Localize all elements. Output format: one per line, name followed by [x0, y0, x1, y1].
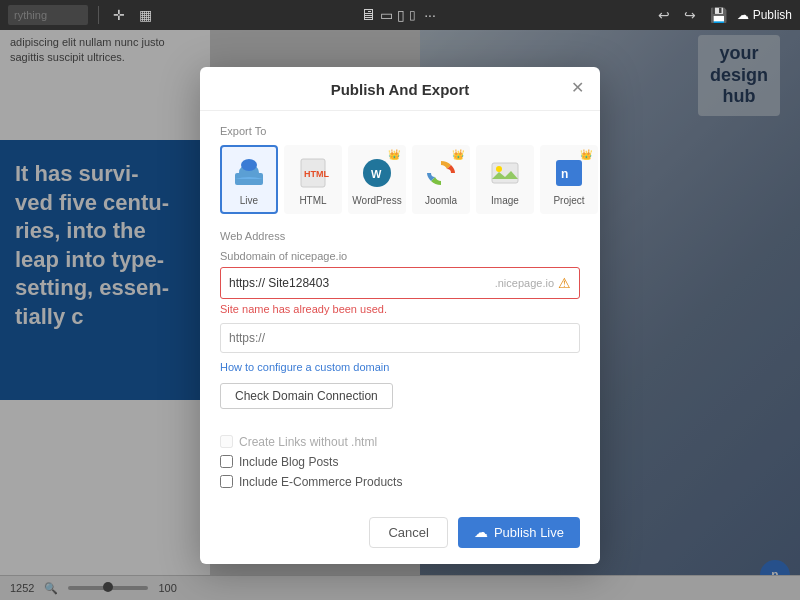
warning-icon: ⚠ [558, 275, 571, 291]
publish-button[interactable]: ☁ Publish [737, 8, 792, 22]
save-icon[interactable]: 💾 [706, 5, 731, 25]
more-options-icon[interactable]: ··· [420, 5, 440, 25]
publish-cloud-icon: ☁ [474, 524, 488, 540]
search-input[interactable] [8, 5, 88, 25]
custom-domain-input[interactable] [220, 323, 580, 353]
project-label: Project [553, 195, 584, 206]
undo-icon[interactable]: ↩ [654, 5, 674, 25]
canvas-area: adipiscing elit nullam nunc justo sagitt… [0, 30, 800, 600]
toolbar-center-icons: 🖥 ▭ ▯ ▯ ··· [360, 5, 440, 25]
export-option-project[interactable]: 👑 n Project [540, 145, 598, 214]
image-icon [487, 155, 523, 191]
export-option-image[interactable]: Image [476, 145, 534, 214]
wordpress-label: WordPress [352, 195, 401, 206]
dialog-body: Export To Live [200, 111, 600, 509]
checkbox-ecommerce[interactable] [220, 475, 233, 488]
subdomain-label: Subdomain of nicepage.io [220, 250, 580, 262]
checkbox-blog-label: Include Blog Posts [239, 455, 338, 469]
web-address-section: Web Address Subdomain of nicepage.io .ni… [220, 230, 580, 423]
image-label: Image [491, 195, 519, 206]
joomla-label: Joomla [425, 195, 457, 206]
publish-export-dialog: Publish And Export ✕ Export To [200, 67, 600, 564]
subdomain-input-wrap: .nicepage.io ⚠ [220, 267, 580, 299]
html-label: HTML [299, 195, 326, 206]
nicepage-domain: .nicepage.io [495, 277, 554, 289]
publish-live-label: Publish Live [494, 525, 564, 540]
live-icon [231, 155, 267, 191]
export-option-live[interactable]: Live [220, 145, 278, 214]
checkbox-blog[interactable] [220, 455, 233, 468]
live-label: Live [240, 195, 258, 206]
svg-text:n: n [561, 167, 568, 181]
svg-rect-6 [492, 163, 518, 183]
subdomain-input[interactable] [229, 276, 491, 290]
export-options-row: Live HTML HTML 👑 [220, 145, 580, 214]
checkbox-links[interactable] [220, 435, 233, 448]
check-domain-button[interactable]: Check Domain Connection [220, 383, 393, 409]
svg-point-1 [241, 159, 257, 171]
desktop-icon[interactable]: 🖥 [360, 6, 376, 24]
add-element-icon[interactable]: ✛ [109, 5, 129, 25]
grid-icon[interactable]: ▦ [135, 5, 156, 25]
tablet-portrait-icon[interactable]: ▯ [397, 7, 405, 23]
html-icon: HTML [295, 155, 331, 191]
svg-text:W: W [371, 168, 382, 180]
cloud-upload-icon: ☁ [737, 8, 749, 22]
export-option-html[interactable]: HTML HTML [284, 145, 342, 214]
checkbox-blog-row: Include Blog Posts [220, 455, 580, 469]
checkbox-links-row: Create Links without .html [220, 435, 580, 449]
svg-rect-8 [556, 160, 582, 186]
tablet-icon[interactable]: ▭ [380, 7, 393, 23]
dialog-footer: Cancel ☁ Publish Live [200, 509, 600, 548]
toolbar-separator [98, 6, 99, 24]
export-to-label: Export To [220, 125, 580, 137]
mobile-icon[interactable]: ▯ [409, 8, 416, 22]
checkbox-links-label: Create Links without .html [239, 435, 377, 449]
modal-overlay: Publish And Export ✕ Export To [0, 30, 800, 600]
publish-label: Publish [753, 8, 792, 22]
dialog-title: Publish And Export [331, 81, 470, 98]
configure-link[interactable]: How to configure a custom domain [220, 361, 580, 373]
close-button[interactable]: ✕ [567, 78, 588, 98]
web-address-label: Web Address [220, 230, 580, 242]
svg-text:HTML: HTML [304, 169, 329, 179]
dialog-header: Publish And Export ✕ [200, 67, 600, 111]
checkbox-ecommerce-label: Include E-Commerce Products [239, 475, 402, 489]
cancel-button[interactable]: Cancel [369, 517, 447, 548]
checkbox-ecommerce-row: Include E-Commerce Products [220, 475, 580, 489]
export-option-joomla[interactable]: 👑 Joomla [412, 145, 470, 214]
export-option-wordpress[interactable]: 👑 W WordPress [348, 145, 406, 214]
toolbar-right: ↩ ↪ 💾 ☁ Publish [654, 5, 792, 25]
toolbar: ✛ ▦ 🖥 ▭ ▯ ▯ ··· ↩ ↪ 💾 ☁ Publish [0, 0, 800, 30]
publish-live-button[interactable]: ☁ Publish Live [458, 517, 580, 548]
error-message: Site name has already been used. [220, 303, 580, 315]
svg-point-7 [496, 166, 502, 172]
redo-icon[interactable]: ↪ [680, 5, 700, 25]
